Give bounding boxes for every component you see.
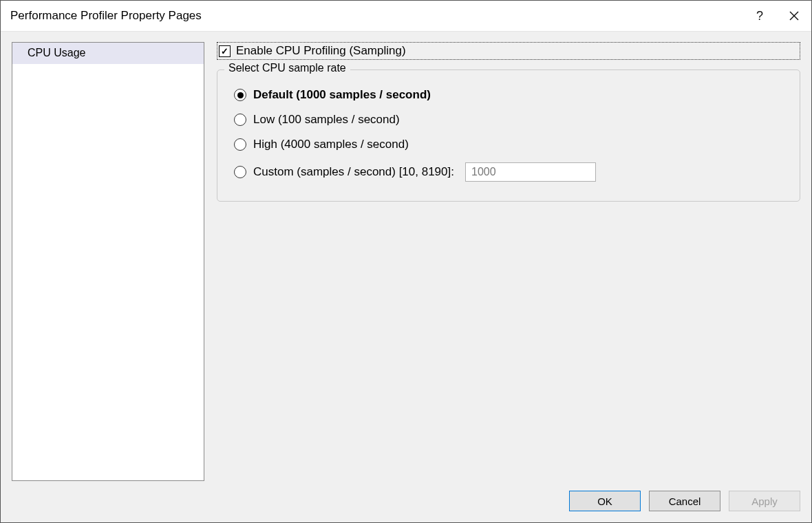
radio-label-custom: Custom (samples / second) [10, 8190]: <box>253 165 454 179</box>
enable-cpu-profiling-label: Enable CPU Profiling (Sampling) <box>236 44 406 58</box>
radio-label-default: Default (1000 samples / second) <box>253 88 431 102</box>
radio-label-high: High (4000 samples / second) <box>253 138 409 151</box>
sample-rate-group: Select CPU sample rate Default (1000 sam… <box>217 70 800 202</box>
content-pane: ✓ Enable CPU Profiling (Sampling) Select… <box>217 42 800 481</box>
category-sidebar: CPU Usage <box>12 42 204 481</box>
cancel-button[interactable]: Cancel <box>649 491 720 511</box>
radio-option-high[interactable]: High (4000 samples / second) <box>231 132 786 157</box>
help-icon: ? <box>756 9 763 23</box>
radio-icon <box>234 138 246 151</box>
dialog-button-row: OK Cancel Apply <box>12 481 800 511</box>
checkmark-icon: ✓ <box>221 47 228 56</box>
radio-dot-icon <box>237 92 244 98</box>
apply-button-label: Apply <box>751 495 778 507</box>
checkbox-icon: ✓ <box>219 45 231 57</box>
radio-option-default[interactable]: Default (1000 samples / second) <box>231 83 786 107</box>
ok-button[interactable]: OK <box>569 491 641 511</box>
ok-button-label: OK <box>597 495 612 507</box>
property-pages-dialog: Performance Profiler Property Pages ? CP… <box>0 0 812 523</box>
close-button[interactable] <box>777 1 811 31</box>
dialog-body: CPU Usage ✓ Enable CPU Profiling (Sampli… <box>1 31 811 522</box>
custom-sample-rate-input[interactable] <box>465 162 596 182</box>
enable-cpu-profiling-checkbox[interactable]: ✓ Enable CPU Profiling (Sampling) <box>217 42 800 60</box>
apply-button[interactable]: Apply <box>729 491 800 511</box>
radio-option-low[interactable]: Low (100 samples / second) <box>231 107 786 132</box>
radio-option-custom[interactable]: Custom (samples / second) [10, 8190]: <box>231 157 786 187</box>
main-row: CPU Usage ✓ Enable CPU Profiling (Sampli… <box>12 42 800 481</box>
radio-label-low: Low (100 samples / second) <box>253 113 400 127</box>
radio-icon <box>234 114 246 126</box>
sidebar-item-cpu-usage[interactable]: CPU Usage <box>12 43 204 64</box>
sidebar-item-label: CPU Usage <box>28 47 85 58</box>
dialog-title: Performance Profiler Property Pages <box>10 9 742 23</box>
help-button[interactable]: ? <box>742 1 777 31</box>
radio-icon <box>234 89 246 101</box>
close-icon <box>789 11 799 21</box>
sample-rate-legend: Select CPU sample rate <box>224 62 350 74</box>
radio-icon <box>234 166 246 178</box>
cancel-button-label: Cancel <box>669 495 701 507</box>
titlebar: Performance Profiler Property Pages ? <box>1 1 811 31</box>
